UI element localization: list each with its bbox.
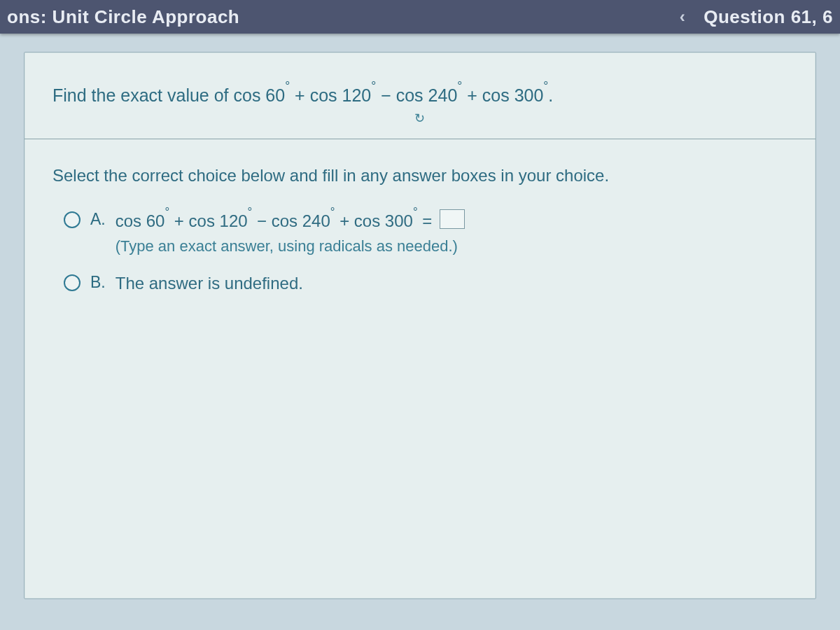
answer-input-box[interactable]: [440, 209, 465, 229]
choice-b-row: B. The answer is undefined.: [52, 272, 788, 295]
question-prefix: Find the exact value of: [52, 85, 233, 105]
radio-choice-b[interactable]: [64, 274, 80, 291]
previous-question-arrow[interactable]: ‹: [680, 7, 686, 27]
expr-cos240: cos 240°: [396, 85, 463, 105]
question-indicator: Question 61, 6: [704, 6, 833, 28]
header-right: ‹ Question 61, 6: [680, 6, 833, 28]
choice-b-body: The answer is undefined.: [115, 272, 788, 295]
app-header: ons: Unit Circle Approach ‹ Question 61,…: [0, 0, 840, 34]
choice-b-text: The answer is undefined.: [115, 272, 788, 295]
expr-cos120: cos 120°: [310, 85, 377, 105]
instruction-text: Select the correct choice below and fill…: [52, 166, 788, 186]
expr-cos60: cos 60°: [233, 85, 290, 105]
question-panel: Find the exact value of cos 60° + cos 12…: [24, 52, 816, 599]
plus-sign-2: +: [467, 85, 482, 105]
choice-a-expression: cos 60° + cos 120° − cos 240° + cos 300°…: [115, 209, 788, 232]
choice-a-row: A. cos 60° + cos 120° − cos 240° + cos 3…: [52, 209, 788, 255]
choice-a-letter: A.: [90, 209, 106, 229]
question-text: Find the exact value of cos 60° + cos 12…: [24, 52, 816, 139]
plus-sign: +: [295, 85, 310, 105]
refresh-icon[interactable]: ↻: [52, 108, 788, 132]
choice-b-letter: B.: [90, 272, 106, 292]
choice-a-hint: (Type an exact answer, using radicals as…: [115, 237, 788, 255]
answer-area: Select the correct choice below and fill…: [24, 139, 816, 318]
minus-sign: −: [381, 85, 396, 105]
assignment-title: ons: Unit Circle Approach: [7, 6, 239, 28]
expr-cos300: cos 300°: [482, 85, 549, 105]
radio-choice-a[interactable]: [64, 211, 80, 228]
choice-a-body: cos 60° + cos 120° − cos 240° + cos 300°…: [115, 209, 788, 255]
period: .: [548, 85, 553, 105]
